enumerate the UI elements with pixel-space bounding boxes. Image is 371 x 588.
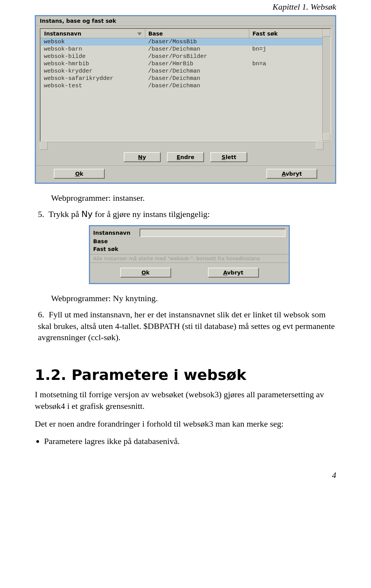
table-row[interactable]: websok /baser/MossBib (41, 38, 330, 46)
hint-text: Alle instanser må starte med "websok-", … (90, 254, 289, 263)
label-instansnavn: Instansnavn (93, 230, 140, 236)
ok-cancel-row: Ok Avbryt (90, 263, 289, 283)
list-item: Parametere lagres ikke på databasenivå. (44, 435, 336, 447)
dialog-title: Instans, base og fast søk (36, 16, 335, 26)
page-number: 4 (35, 470, 336, 480)
dialog-ny-knytning: Instansnavn Base Fast søk Alle instanser… (89, 225, 290, 284)
col-header-base[interactable]: Base (145, 29, 249, 38)
col-header-instansnavn[interactable]: Instansnavn (41, 29, 145, 38)
table-row[interactable]: websok-bilde /baser/PorsBilder (41, 53, 330, 60)
slett-button[interactable]: Slett (210, 152, 247, 162)
label-fastsok: Fast søk (93, 246, 140, 252)
chapter-header: Kapittel 1. Websøk (35, 0, 336, 12)
bullet-list: Parametere lagres ikke på databasenivå. (35, 435, 336, 447)
instans-table: Instansnavn Base Fast søk websok /baser/… (41, 29, 330, 90)
ok-button[interactable]: Ok (120, 268, 171, 278)
base-input[interactable] (140, 238, 286, 245)
scroll-up-icon[interactable] (323, 29, 330, 37)
section-heading: 1.2. Parametere i websøk (35, 366, 336, 383)
instansnavn-input[interactable] (140, 229, 286, 237)
ny-inline-ref: Ny (81, 209, 92, 219)
table-row[interactable]: websok-safarikrydder /baser/Deichman (41, 75, 330, 82)
table-row[interactable]: websok-barn /baser/Deichman bn=j (41, 46, 330, 53)
vertical-scrollbar[interactable] (322, 29, 330, 141)
body-paragraph: I motsetning til forrige versjon av webs… (35, 389, 336, 412)
endre-button[interactable]: Endre (167, 152, 204, 162)
avbryt-button[interactable]: Avbryt (266, 169, 317, 179)
avbryt-button[interactable]: Avbryt (208, 268, 259, 278)
col-header-fastsok[interactable]: Fast søk (249, 29, 330, 38)
ok-button[interactable]: Ok (54, 169, 105, 179)
sort-arrow-icon (137, 32, 142, 36)
ok-cancel-row: Ok Avbryt (36, 166, 335, 183)
step-5: 5. Trykk på Ny for å gjøre ny instans ti… (38, 208, 336, 220)
body-paragraph: Det er noen andre forandringer i forhold… (35, 418, 336, 430)
table-row[interactable]: websok-hmrbib /baser/HmrBib bn=a (41, 60, 330, 68)
scroll-left-icon[interactable] (40, 142, 48, 150)
table-container: Instansnavn Base Fast søk websok /baser/… (40, 28, 331, 142)
label-base: Base (93, 238, 140, 244)
dialog-instans-base-fastsok: Instans, base og fast søk Instansnavn Ba… (35, 15, 336, 184)
horizontal-scrollbar[interactable] (40, 142, 331, 150)
table-row[interactable]: websok-krydder /baser/Deichman (41, 68, 330, 75)
ny-button[interactable]: Ny (124, 152, 161, 162)
action-button-row: Ny Endre Slett (40, 150, 331, 163)
screenshot-caption: Webprogrammer: instanser. (51, 192, 336, 204)
step-6: 6. Fyll ut med instansnavn, her er det i… (38, 309, 336, 343)
screenshot-caption: Webprogrammer: Ny knytning. (51, 293, 336, 304)
scroll-right-icon[interactable] (316, 142, 323, 150)
fastsok-input[interactable] (140, 246, 286, 252)
table-row[interactable]: websok-test /baser/Deichman (41, 82, 330, 90)
scroll-down-icon[interactable] (323, 133, 330, 141)
